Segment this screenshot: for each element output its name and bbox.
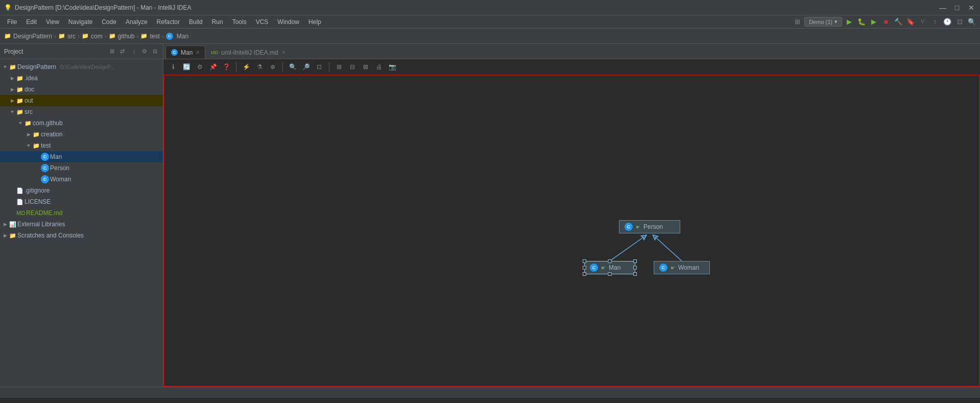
tree-item-woman[interactable]: C Woman [0,174,163,185]
menu-edit[interactable]: Edit [22,17,41,27]
tree-item-out[interactable]: ▶ 📁 out [0,95,163,106]
toolbar-locate-btn[interactable]: ⊕ [267,61,278,73]
toolbar-sep-2 [282,62,283,72]
tree-item-extlibs[interactable]: ▶ 📊 External Libraries [0,219,163,230]
tree-item-comgithub[interactable]: ▼ 📁 com.github [0,117,163,129]
breadcrumb-com[interactable]: com [91,33,103,40]
tree-item-test[interactable]: ▼ 📁 test [0,140,163,151]
toolbar-zoomout-btn[interactable]: 🔍 [287,61,298,73]
tree-item-src[interactable]: ▼ 📁 src [0,106,163,117]
tab-man[interactable]: C Man ✕ [165,45,205,59]
run-coverage-button[interactable]: ▶ [869,17,879,27]
resize-handle-br[interactable] [633,272,637,276]
toolbar-zoomreset-btn[interactable]: ⊡ [314,61,325,73]
resize-handle-tl[interactable] [583,259,586,263]
update-button[interactable]: ↑ [930,17,940,27]
resize-handle-bc[interactable] [608,272,612,276]
menu-vcs[interactable]: VCS [252,17,273,27]
file-icon-readme: MD [16,210,25,216]
search-button[interactable]: 🔍 [967,17,977,27]
resize-handle-bl[interactable] [583,272,586,276]
layout-button[interactable]: ⊡ [954,17,965,27]
toolbar-help-btn[interactable]: ❓ [221,61,232,73]
resize-handle-ml[interactable] [583,266,586,270]
close-button[interactable]: ✕ [967,3,976,12]
toolbar-info-btn[interactable]: ℹ [168,61,179,73]
minimize-button[interactable]: — [938,3,947,12]
sidebar-settings-icon[interactable]: ⚙ [140,48,149,56]
tab-man-close[interactable]: ✕ [196,50,200,55]
tab-man-icon: C [171,49,178,56]
menu-file[interactable]: File [3,17,21,27]
sidebar-icons: ⊞ ⇄ | ⚙ ⊟ [108,48,159,56]
tree-label-license: LICENSE [25,198,51,205]
breadcrumb-man[interactable]: Man [177,33,188,40]
toolbar-pin-btn[interactable]: 📌 [207,61,219,73]
menu-navigate[interactable]: Navigate [64,17,97,27]
toolbar-actual-btn[interactable]: ⊟ [347,61,358,73]
menu-run[interactable]: Run [208,17,227,27]
diagram-canvas[interactable]: C ☛ Person C ☛ Man C [163,76,980,387]
tree-item-doc[interactable]: ▶ 📁 doc [0,84,163,95]
menu-build[interactable]: Build [185,17,207,27]
tree-label-creation: creation [41,131,63,138]
sidebar-expand-icon[interactable]: ⊟ [151,48,159,56]
bookmark-button[interactable]: 🔖 [905,17,916,27]
run-config-selector[interactable]: Demo (1) ▾ [804,17,842,27]
menu-view[interactable]: View [42,17,63,27]
sidebar-sync-icon[interactable]: ⇄ [118,48,126,56]
tab-uml-close[interactable]: ✕ [281,50,285,55]
menu-help[interactable]: Help [304,17,325,27]
toolbar-grid-btn[interactable]: ⊠ [360,61,371,73]
tree-item-gitignore[interactable]: 📄 .gitignore [0,185,163,196]
uml-node-person[interactable]: C ☛ Person [619,220,680,233]
file-icon-license: 📄 [16,199,23,205]
menu-bar: File Edit View Navigate Code Analyze Ref… [0,15,980,29]
sidebar-new-icon[interactable]: ⊞ [108,48,116,56]
tree-arrow-out: ▶ [9,98,15,104]
toolbar-print-btn[interactable]: 🖨 [373,61,385,73]
run-button[interactable]: ▶ [844,17,854,27]
toolbar-fitpage-btn[interactable]: ⊞ [333,61,345,73]
maximize-button[interactable]: □ [952,3,962,12]
tab-uml[interactable]: MD uml-iIntelliJ IDEA.md ✕ [205,45,291,59]
breadcrumb-test-icon: 📁 [140,33,148,39]
project-sidebar: Project ⊞ ⇄ | ⚙ ⊟ ▼ 📁 DesignPattern D:\C… [0,44,163,387]
menu-tools[interactable]: Tools [228,17,251,27]
menu-code[interactable]: Code [98,17,121,27]
breadcrumb-src[interactable]: src [67,33,76,40]
uml-node-woman[interactable]: C ☛ Woman [654,261,710,274]
breadcrumb-github[interactable]: github [118,33,135,40]
uml-node-man[interactable]: C ☛ Man [584,261,635,274]
resize-handle-tr[interactable] [633,259,637,263]
tree-label-comgithub: com.github [33,120,63,127]
menu-window[interactable]: Window [273,17,303,27]
breadcrumb-test[interactable]: test [150,33,159,40]
menu-refactor[interactable]: Refactor [153,17,184,27]
tree-item-man[interactable]: C Man [0,151,163,162]
toolbar-refresh-btn[interactable]: 🔄 [181,61,192,73]
tree-item-person[interactable]: C Person [0,162,163,174]
file-icon-gitignore: 📄 [16,187,23,194]
breadcrumb-project[interactable]: DesignPattern [13,33,52,40]
build-button[interactable]: 🔨 [893,17,903,27]
structure-icon[interactable]: ⊞ [792,17,802,27]
resize-handle-tc[interactable] [608,259,612,263]
history-button[interactable]: 🕐 [942,17,952,27]
tree-item-root[interactable]: ▼ 📁 DesignPattern D:\Code\idea\DesignP..… [0,61,163,73]
tree-item-readme[interactable]: MD README.md [0,207,163,219]
tree-item-scratches[interactable]: ▶ 📁 Scratches and Consoles [0,230,163,241]
resize-handle-mr[interactable] [633,266,637,270]
toolbar-zoomin-btn[interactable]: 🔎 [300,61,312,73]
tree-item-idea[interactable]: ▶ 📁 .idea [0,73,163,84]
stop-button[interactable]: ■ [881,17,891,27]
debug-button[interactable]: 🐛 [856,17,867,27]
toolbar-filter1-btn[interactable]: ⚡ [241,61,252,73]
toolbar-export-btn[interactable]: 📷 [387,61,398,73]
menu-analyze[interactable]: Analyze [122,17,152,27]
toolbar-module-btn[interactable]: ⚙ [194,61,205,73]
tree-item-creation[interactable]: ▶ 📁 creation [0,129,163,140]
tree-item-license[interactable]: 📄 LICENSE [0,196,163,207]
toolbar-filter2-btn[interactable]: ⚗ [254,61,265,73]
vcs-button[interactable]: ⑂ [918,17,928,27]
